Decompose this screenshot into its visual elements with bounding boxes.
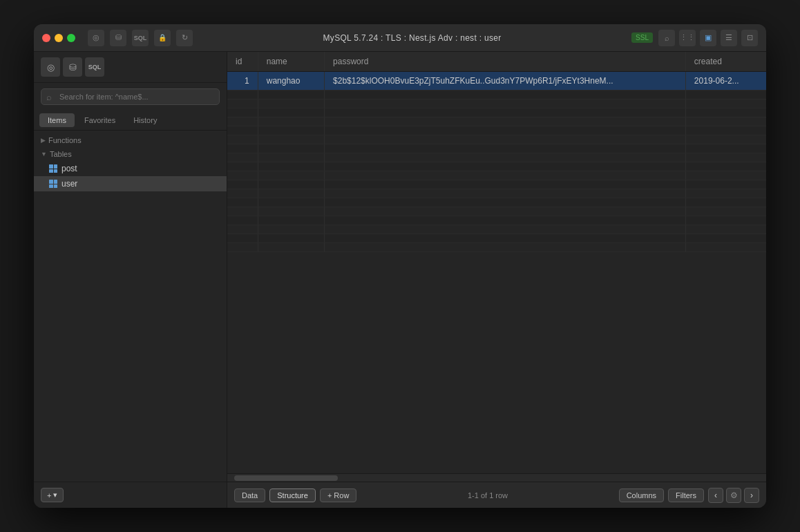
- search-input[interactable]: [41, 88, 220, 105]
- titlebar: ◎ ⛁ SQL 🔒 ↻ MySQL 5.7.24 : TLS : Nest.js…: [34, 24, 766, 52]
- table-header-row: id name password created: [227, 52, 766, 72]
- bottom-bar: Data Structure + Row 1-1 of 1 row Column…: [227, 482, 766, 508]
- settings-button[interactable]: ⚙: [726, 488, 741, 503]
- col-header-created[interactable]: created: [685, 52, 766, 72]
- main-content: ◎ ⛁ SQL Items Favorites History ▶ Functi…: [34, 52, 766, 508]
- tree-section: ▶ Functions ▼ Tables post: [34, 131, 227, 482]
- table-icon-post: [49, 164, 57, 173]
- functions-group[interactable]: ▶ Functions: [34, 133, 227, 147]
- sidebar-footer: + ▾: [34, 482, 227, 508]
- tables-group[interactable]: ▼ Tables: [34, 147, 227, 161]
- search-wrapper: [41, 88, 220, 105]
- add-button[interactable]: + ▾: [41, 488, 64, 502]
- status-badge: SSL: [631, 32, 653, 43]
- functions-label: Functions: [48, 136, 82, 144]
- data-area: id name password created 1 wanghao $2b$1…: [227, 52, 766, 508]
- prev-page-button[interactable]: ‹: [708, 488, 723, 503]
- sidebar-db-icon[interactable]: ⛁: [63, 57, 82, 77]
- col-header-id[interactable]: id: [227, 52, 258, 72]
- table-row: [227, 99, 766, 108]
- table-row: [227, 108, 766, 117]
- titlebar-right-icons: ⌕ ⋮⋮ ▣ ☰ ⊡: [658, 30, 758, 46]
- table-row: [227, 153, 766, 162]
- search-bar: [34, 83, 227, 111]
- minimize-button[interactable]: [55, 34, 63, 42]
- tab-items[interactable]: Items: [39, 113, 75, 127]
- table-row: [227, 117, 766, 126]
- view-table-icon[interactable]: ▣: [700, 30, 716, 46]
- table-icon-user: [49, 180, 57, 188]
- wifi-icon[interactable]: ◎: [88, 30, 104, 46]
- tab-favorites[interactable]: Favorites: [76, 113, 124, 127]
- table-row: [227, 207, 766, 216]
- table-name-post: post: [61, 164, 77, 173]
- sidebar-sql-icon[interactable]: SQL: [85, 57, 104, 77]
- cell-password: $2b$12$klOOH0BvuE3pZjT5uhZFKuEu..Gud3nY7…: [325, 72, 686, 91]
- table-name-user: user: [61, 179, 77, 189]
- data-table-wrapper[interactable]: id name password created 1 wanghao $2b$1…: [227, 52, 766, 473]
- tree-item-post[interactable]: post: [34, 161, 227, 176]
- data-table: id name password created 1 wanghao $2b$1…: [227, 52, 766, 252]
- table-row: [227, 216, 766, 225]
- table-row: [227, 198, 766, 207]
- tree-item-user[interactable]: user: [34, 176, 227, 191]
- refresh-icon[interactable]: ↻: [176, 30, 193, 46]
- col-header-password[interactable]: password: [325, 52, 686, 72]
- titlebar-icons: ◎ ⛁ SQL 🔒 ↻: [88, 30, 193, 46]
- table-row: [227, 180, 766, 189]
- cell-id: 1: [227, 72, 258, 91]
- sidebar-toolbar: ◎ ⛁ SQL: [34, 52, 227, 83]
- col-header-name[interactable]: name: [258, 52, 324, 72]
- tables-label: Tables: [50, 150, 72, 158]
- connection-label: MySQL 5.7.24 : TLS : Nest.js Adv : nest …: [198, 33, 626, 43]
- row-count: 1-1 of 1 row: [361, 491, 614, 500]
- close-button[interactable]: [42, 34, 50, 42]
- add-chevron-icon: ▾: [53, 491, 57, 500]
- structure-tab-button[interactable]: Structure: [269, 488, 316, 502]
- view-split-icon[interactable]: ⊡: [741, 30, 758, 46]
- add-row-button[interactable]: + Row: [320, 488, 357, 502]
- table-row: [227, 144, 766, 153]
- horizontal-scrollbar[interactable]: [227, 473, 766, 482]
- tables-triangle: ▼: [41, 151, 47, 158]
- tab-bar: Items Favorites History: [34, 111, 227, 131]
- sidebar: ◎ ⛁ SQL Items Favorites History ▶ Functi…: [34, 52, 227, 508]
- table-row: [227, 91, 766, 99]
- table-row: [227, 234, 766, 243]
- next-page-button[interactable]: ›: [744, 488, 759, 503]
- apps-icon[interactable]: ⋮⋮: [679, 30, 696, 46]
- maximize-button[interactable]: [67, 34, 75, 42]
- traffic-lights: [42, 34, 75, 42]
- lock-icon[interactable]: 🔒: [154, 30, 171, 46]
- add-plus-label: +: [47, 491, 51, 500]
- main-window: ◎ ⛁ SQL 🔒 ↻ MySQL 5.7.24 : TLS : Nest.js…: [34, 24, 766, 508]
- cell-name: wanghao: [258, 72, 324, 91]
- tab-history[interactable]: History: [125, 113, 165, 127]
- search-toolbar-icon[interactable]: ⌕: [658, 30, 675, 46]
- sidebar-wifi-icon[interactable]: ◎: [41, 57, 60, 77]
- table-row: [227, 171, 766, 180]
- sql-icon[interactable]: SQL: [132, 30, 149, 46]
- table-row: [227, 243, 766, 252]
- table-row: [227, 135, 766, 144]
- view-list-icon[interactable]: ☰: [721, 30, 737, 46]
- filters-button[interactable]: Filters: [668, 488, 704, 502]
- table-row: [227, 189, 766, 198]
- database-icon[interactable]: ⛁: [110, 30, 126, 46]
- table-row: [227, 126, 766, 135]
- pagination-nav: ‹ ⚙ ›: [708, 488, 759, 503]
- functions-triangle: ▶: [41, 137, 46, 144]
- data-tab-button[interactable]: Data: [234, 488, 265, 502]
- scroll-track: [234, 475, 338, 481]
- table-row[interactable]: 1 wanghao $2b$12$klOOH0BvuE3pZjT5uhZFKuE…: [227, 72, 766, 91]
- table-row: [227, 162, 766, 171]
- cell-created: 2019-06-2...: [685, 72, 766, 91]
- columns-button[interactable]: Columns: [619, 488, 664, 502]
- table-row: [227, 225, 766, 234]
